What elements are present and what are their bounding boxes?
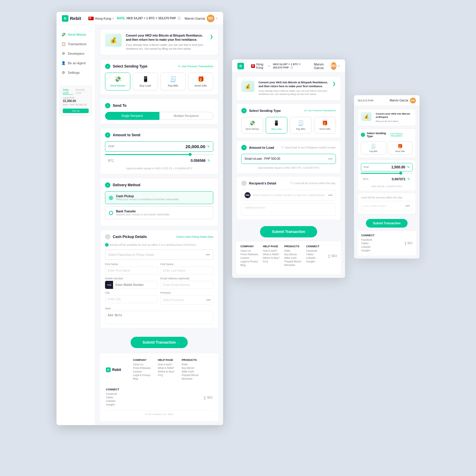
second-pay-bills-card[interactable]: 🧾 Pay Bills bbox=[290, 117, 312, 134]
last-name-input[interactable] bbox=[160, 267, 213, 275]
second-user[interactable]: Marvin Garcia MG ▾ bbox=[314, 62, 340, 70]
city-input[interactable] bbox=[105, 295, 158, 303]
sf-where[interactable]: Where to Buy? bbox=[263, 256, 280, 259]
first-name-input[interactable] bbox=[105, 267, 158, 275]
footer-faq[interactable]: FAQ bbox=[158, 374, 175, 377]
footer-bitmarket[interactable]: Bitmarket bbox=[182, 377, 199, 380]
tf-facebook[interactable]: Facebook bbox=[361, 238, 375, 241]
footer-google[interactable]: Google+ bbox=[106, 403, 119, 406]
third-slider[interactable] bbox=[361, 173, 413, 174]
sf-press[interactable]: Press Releases bbox=[240, 253, 258, 256]
third-submit-button[interactable]: Submit Transaction bbox=[366, 219, 408, 228]
sf-facebook[interactable]: Facebook bbox=[306, 249, 320, 252]
footer-press[interactable]: Press Releases bbox=[133, 367, 151, 369]
footer-how[interactable]: How it work? bbox=[158, 363, 175, 366]
submit-button[interactable]: Submit Transaction bbox=[131, 337, 187, 348]
tf-twitter[interactable]: Twitter bbox=[361, 242, 375, 245]
monthly-limit-tab[interactable]: Monthly Limit bbox=[76, 88, 89, 95]
eload-menu-icon[interactable]: ••• bbox=[328, 156, 333, 161]
location-flag[interactable]: Hong Kong ▾ bbox=[88, 17, 114, 20]
second-buy-load-card[interactable]: 📱 Buy Load bbox=[266, 117, 288, 134]
sf-prepaid[interactable]: Prepaid Bitcoin bbox=[284, 260, 301, 263]
sf-faq[interactable]: FAQ bbox=[263, 260, 280, 263]
footer-twitter[interactable]: Twitter bbox=[106, 396, 119, 399]
second-location[interactable]: Hong Kong ▾ bbox=[251, 63, 270, 69]
sf-what[interactable]: What is Rebit? bbox=[263, 253, 280, 256]
footer-bitbitcash[interactable]: Bitbit Cash bbox=[182, 370, 199, 373]
third-amount-edit[interactable]: ✎ bbox=[407, 165, 410, 169]
third-prev-link[interactable]: Use Previous Transactions bbox=[390, 133, 413, 137]
third-btc-edit[interactable]: ✎ bbox=[407, 177, 410, 181]
third-pay-bills-card[interactable]: 🧾 Pay Bills bbox=[361, 141, 386, 155]
footer-what[interactable]: What is Rebit? bbox=[158, 367, 175, 369]
second-prev-trans-link[interactable]: ⟳ Use Previous Transactions bbox=[304, 109, 336, 112]
php-currency: PHP bbox=[108, 145, 115, 148]
footer-legal[interactable]: Legal & Privacy bbox=[133, 374, 151, 377]
footer-where[interactable]: Where to Buy? bbox=[158, 370, 175, 373]
email-input[interactable] bbox=[160, 281, 213, 289]
tf-google[interactable]: Google+ bbox=[361, 249, 375, 252]
topup-button[interactable]: Top Up bbox=[63, 109, 89, 113]
third-send-gifts-card[interactable]: 🎁 Send Gifts bbox=[388, 141, 413, 155]
amount-edit-icon[interactable]: ✎ bbox=[207, 145, 210, 149]
send-gifts-card[interactable]: 🎁 Send Gifts bbox=[188, 73, 213, 90]
province-select[interactable]: Select Province ••• bbox=[160, 295, 213, 305]
multiple-recipients-tab[interactable]: Multiple Recipients bbox=[159, 112, 214, 120]
single-recipient-tab[interactable]: Single Recipient bbox=[105, 112, 159, 120]
pawnshop-select[interactable]: Select Pawnshop or Pickup Center ••• bbox=[105, 250, 213, 260]
btc-edit-icon[interactable]: ✎ bbox=[207, 159, 210, 163]
bank-transfer-option[interactable]: Bank Transfer Deposit your money to any … bbox=[105, 206, 213, 219]
sidebar-item-developers[interactable]: ⚙ Developers bbox=[57, 49, 95, 58]
sidebar-item-agent[interactable]: 👤 Be an Agent bbox=[57, 58, 95, 68]
sidebar-item-send-money[interactable]: 💸 Send Money bbox=[57, 30, 95, 39]
third-recipient-row[interactable]: Enter mobile number... ••• bbox=[361, 201, 413, 211]
footer-linkedin[interactable]: LinkedIn bbox=[106, 400, 119, 403]
second-send-money-card[interactable]: 💸 Send Money bbox=[241, 117, 263, 134]
footer-careers[interactable]: Careers bbox=[133, 370, 151, 373]
additional-notes[interactable]: Additional Notes bbox=[241, 203, 336, 216]
sf-bitbitcash[interactable]: Bitbit Cash bbox=[284, 256, 301, 259]
sidebar-item-transactions[interactable]: 📋 Transactions bbox=[57, 39, 95, 49]
third-rec-menu[interactable]: ••• bbox=[405, 203, 410, 208]
sf-sci: ∑ SCI bbox=[328, 245, 337, 267]
cash-pickup-rates-link[interactable]: Check Cash Pickup Rates here bbox=[176, 235, 213, 238]
note-textarea[interactable] bbox=[105, 311, 213, 324]
send-money-card[interactable]: 💸 Send Money bbox=[105, 73, 130, 90]
footer-rebit[interactable]: Rebit bbox=[182, 363, 199, 366]
amount-slider[interactable] bbox=[105, 154, 213, 155]
use-prev-transactions-link[interactable]: ⟳ Use Previous Transactions bbox=[178, 65, 213, 68]
sidebar-item-settings[interactable]: ⚙ Settings bbox=[57, 68, 95, 77]
sf-linkedin[interactable]: LinkedIn bbox=[306, 256, 320, 259]
sf-about[interactable]: About Us bbox=[240, 249, 258, 252]
third-user[interactable]: Marvin Garcia MG bbox=[390, 98, 416, 104]
second-send-gifts-card[interactable]: 🎁 Send Gifts bbox=[314, 117, 336, 134]
avatar: MG bbox=[207, 15, 214, 22]
sf-buybtc[interactable]: Buy Bitcoin bbox=[284, 253, 301, 256]
sf-google[interactable]: Google+ bbox=[306, 260, 320, 263]
recipient-input-row[interactable]: HG Enter recipient's mobile number or ad… bbox=[241, 190, 336, 201]
second-send-gifts-label: Send Gifts bbox=[320, 128, 331, 130]
sf-careers[interactable]: Careers bbox=[240, 256, 258, 259]
mobile-input[interactable] bbox=[113, 281, 158, 289]
buy-load-card[interactable]: 📱 Buy Load bbox=[133, 73, 158, 90]
sf-blog[interactable]: Blog bbox=[240, 264, 258, 267]
footer-facebook[interactable]: Facebook bbox=[106, 392, 119, 395]
tf-linkedin[interactable]: LinkedIn bbox=[361, 245, 375, 248]
footer-about[interactable]: About Us bbox=[133, 363, 151, 366]
footer-prepaidbtc[interactable]: Prepaid Bitcoin bbox=[182, 374, 199, 377]
sf-twitter[interactable]: Twitter bbox=[306, 253, 320, 256]
footer-blog[interactable]: Blog bbox=[133, 377, 151, 380]
pay-bills-card[interactable]: 🧾 Pay Bills bbox=[160, 73, 186, 90]
sf-legal[interactable]: Legal & Privacy bbox=[240, 260, 258, 263]
daily-limit-tab[interactable]: Daily Limit bbox=[63, 88, 73, 95]
sf-bitmarket[interactable]: Bitmarket bbox=[284, 264, 301, 267]
banner-arrow-icon[interactable]: ❯ bbox=[210, 34, 213, 39]
user-info[interactable]: Marvin Garcia MG ▾ bbox=[185, 15, 218, 22]
second-submit-button[interactable]: Submit Transaction bbox=[260, 226, 317, 237]
sf-how[interactable]: How it work? bbox=[263, 249, 280, 252]
sf-rebit[interactable]: Rebit bbox=[284, 249, 301, 252]
cash-pickup-option[interactable]: Cash Pickup Rebit your money to remittan… bbox=[105, 191, 213, 204]
rec-menu-icon[interactable]: ••• bbox=[328, 193, 333, 198]
footer-buybtc[interactable]: Buy Bitcoin bbox=[182, 367, 199, 369]
second-banner-arrow[interactable]: ❯ bbox=[332, 81, 336, 86]
